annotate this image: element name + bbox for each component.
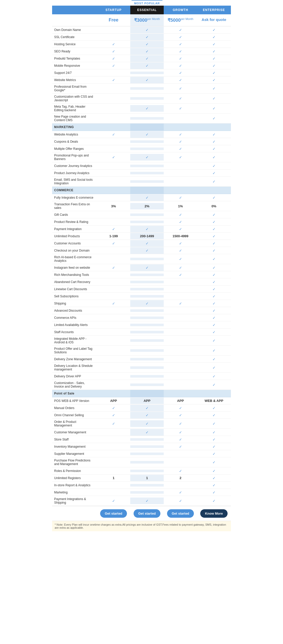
growth-cell: ✓ bbox=[164, 226, 197, 232]
growth-cell: ✓ bbox=[164, 498, 197, 504]
growth-cell: ✓ bbox=[164, 264, 197, 271]
table-row: Linewise Cart Discounts ✓ bbox=[52, 286, 231, 293]
growth-cell bbox=[164, 484, 197, 487]
enterprise-cell: ✓ bbox=[197, 264, 231, 271]
table-row: In-store Report & Analytics ✓ bbox=[52, 482, 231, 489]
growth-get-started-button[interactable]: Get started bbox=[167, 509, 194, 518]
startup-cell bbox=[97, 491, 130, 494]
feature-name: Order & Product Management bbox=[52, 419, 97, 428]
startup-cell: ✓ bbox=[97, 412, 130, 419]
enterprise-cell: ✓ bbox=[197, 293, 231, 300]
startup-cell bbox=[97, 375, 130, 378]
essential-cell: ✓ bbox=[130, 405, 164, 411]
enterprise-cell: ✓ bbox=[197, 364, 231, 371]
startup-cell bbox=[97, 331, 130, 333]
table-row: Gift Cards ✓ ✓ bbox=[52, 211, 231, 218]
table-row: Prebuild Templates ✓ ✓ ✓ ✓ bbox=[52, 55, 231, 62]
footer-buttons-row: Get started Get started Get started Know… bbox=[52, 506, 231, 521]
table-row: Roles & Permission ✓ ✓ bbox=[52, 467, 231, 474]
startup-cell: 1-199 bbox=[97, 233, 130, 239]
startup-get-started-button[interactable]: Get started bbox=[100, 509, 127, 518]
startup-cell bbox=[97, 358, 130, 360]
feature-name: Commerce APIs bbox=[52, 315, 97, 321]
enterprise-cell: ✓ bbox=[197, 115, 231, 122]
section-header: Point of Sale bbox=[52, 390, 231, 397]
startup-cell: ✓ bbox=[97, 420, 130, 427]
essential-cell bbox=[130, 295, 164, 298]
table-row: Unlimited Products 1-199 200-1499 1500-4… bbox=[52, 233, 231, 240]
essential-cell bbox=[130, 453, 164, 455]
essential-cell bbox=[130, 281, 164, 283]
essential-cell: APP bbox=[130, 398, 164, 404]
essential-cell bbox=[130, 87, 164, 90]
growth-cell: ✓ bbox=[164, 55, 197, 62]
table-row: Advanced Discounts ✓ bbox=[52, 307, 231, 314]
enterprise-cell: ✓ bbox=[197, 405, 231, 411]
growth-cell: 1% bbox=[164, 203, 197, 209]
section-empty-startup bbox=[97, 187, 130, 194]
growth-cell: 2 bbox=[164, 475, 197, 481]
table-row: Omni Channel Selling ✓ ✓ ✓ ✓ bbox=[52, 412, 231, 419]
growth-cell: ✓ bbox=[164, 405, 197, 411]
growth-cell: ✓ bbox=[164, 145, 197, 152]
essential-get-started-button[interactable]: Get started bbox=[134, 509, 160, 518]
feature-name: Supplier Management bbox=[52, 451, 97, 457]
startup-cell bbox=[97, 180, 130, 183]
enterprise-price: Ask for quote bbox=[197, 14, 231, 26]
table-row: Customization with CSS and Javascript ✓ … bbox=[52, 94, 231, 104]
growth-cell bbox=[164, 461, 197, 464]
feature-col-header bbox=[52, 6, 97, 14]
feature-name: Prebuild Templates bbox=[52, 55, 97, 62]
growth-cell bbox=[164, 281, 197, 283]
table-row: Mobile Responsive ✓ ✓ ✓ ✓ bbox=[52, 62, 231, 69]
enterprise-cell: 0% bbox=[197, 203, 231, 209]
table-row: Promotional Pop-ups and Banners ✓ ✓ ✓ ✓ bbox=[52, 152, 231, 162]
essential-cell bbox=[130, 445, 164, 448]
essential-cell: 200-1499 bbox=[130, 233, 164, 239]
startup-cta[interactable]: Get started bbox=[97, 509, 130, 518]
startup-cell bbox=[97, 36, 130, 38]
essential-cell bbox=[130, 117, 164, 120]
table-row: Instagram feed on website ✓ ✓ ✓ ✓ bbox=[52, 264, 231, 271]
growth-cell bbox=[164, 349, 197, 352]
growth-cell: APP bbox=[164, 398, 197, 404]
enterprise-cta[interactable]: Know More bbox=[197, 509, 231, 518]
section-empty-startup bbox=[97, 390, 130, 397]
enterprise-cell: ✓ bbox=[197, 62, 231, 69]
growth-cta[interactable]: Get started bbox=[164, 509, 197, 518]
growth-cell bbox=[164, 383, 197, 386]
enterprise-know-more-button[interactable]: Know More bbox=[200, 509, 227, 518]
essential-cell bbox=[130, 172, 164, 174]
essential-cta[interactable]: Get started bbox=[130, 509, 164, 518]
startup-cell bbox=[97, 470, 130, 472]
startup-cell bbox=[97, 107, 130, 110]
feature-name: New Page creation and Content CMS bbox=[52, 114, 97, 123]
growth-cell: ✓ bbox=[164, 429, 197, 436]
enterprise-cell: ✓ bbox=[197, 373, 231, 380]
feature-name: Unlimited Registers bbox=[52, 475, 97, 481]
table-row: New Page creation and Content CMS ✓ bbox=[52, 114, 231, 123]
table-row: Own Domain Name ✓ ✓ ✓ bbox=[52, 26, 231, 33]
growth-cell bbox=[164, 117, 197, 120]
table-row: Checkout on your Domain ✓ ✓ ✓ bbox=[52, 247, 231, 254]
startup-cell bbox=[97, 196, 130, 199]
enterprise-cell: ✓ bbox=[197, 27, 231, 33]
section-empty-growth bbox=[164, 390, 197, 397]
table-row: Email, SMS and Social tools Integration … bbox=[52, 177, 231, 187]
enterprise-cell: ✓ bbox=[197, 482, 231, 489]
enterprise-cell: ✓ bbox=[197, 475, 231, 481]
feature-name: Product Offer and Label Tag Solutions bbox=[52, 346, 97, 355]
startup-cell bbox=[97, 288, 130, 290]
feature-name: Store Staff bbox=[52, 436, 97, 443]
growth-cell: ✓ bbox=[164, 138, 197, 145]
section-empty-essential bbox=[130, 187, 164, 194]
section-empty-startup bbox=[97, 123, 130, 131]
enterprise-cell: ✓ bbox=[197, 337, 231, 344]
startup-cell bbox=[97, 165, 130, 167]
table-row: Cuopons & Deals ✓ ✓ bbox=[52, 138, 231, 145]
growth-cell: ✓ bbox=[164, 272, 197, 278]
essential-cell bbox=[130, 317, 164, 319]
table-row: Payment Integrations & Shipping ✓ ✓ ✓ ✓ bbox=[52, 496, 231, 506]
essential-cell: ✓ bbox=[130, 48, 164, 55]
feature-name: Cuopons & Deals bbox=[52, 139, 97, 145]
